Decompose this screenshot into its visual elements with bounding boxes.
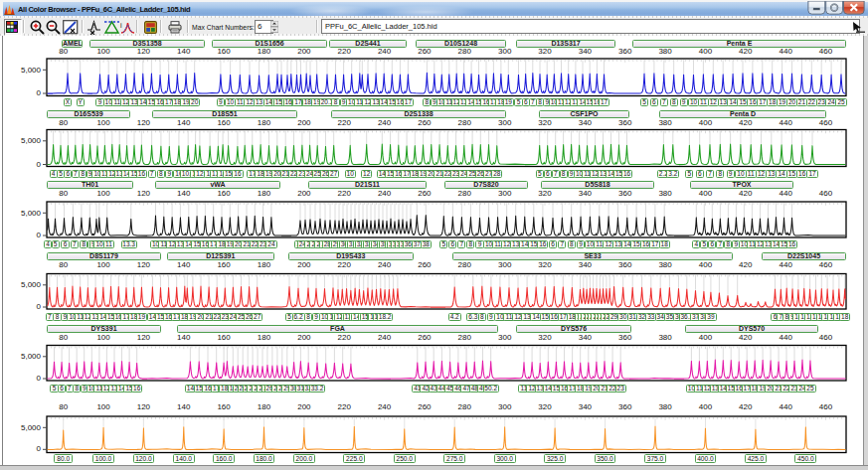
svg-text:i: i	[120, 22, 122, 29]
